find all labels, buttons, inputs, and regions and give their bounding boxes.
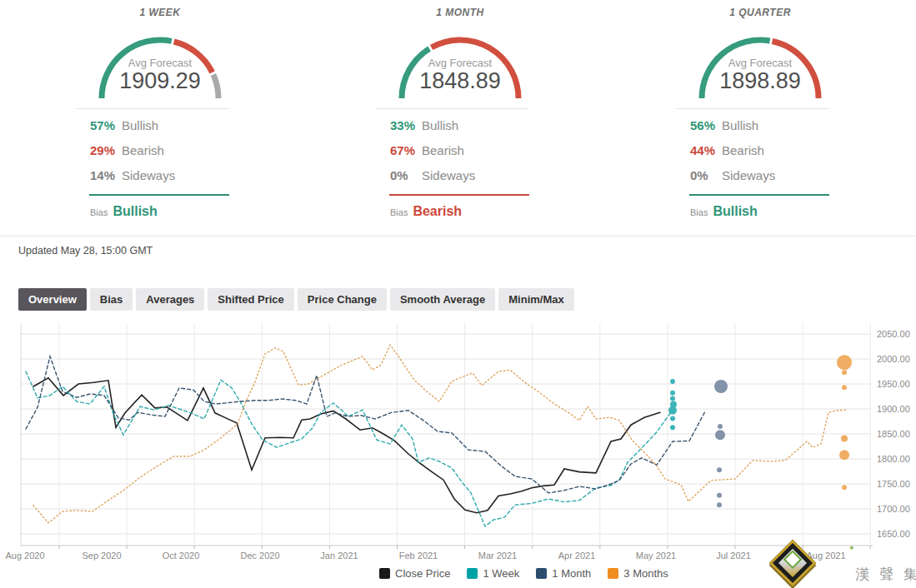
bias-underline: [389, 194, 529, 196]
stat-row-bullish: 33%Bullish: [390, 113, 475, 138]
bearish-label: Bearish: [422, 143, 464, 157]
sideways-label: Sideways: [422, 168, 475, 182]
svg-text:2050.00: 2050.00: [877, 329, 910, 339]
stat-row-bearish: 29%Bearish: [90, 138, 175, 163]
stat-row-bearish: 44%Bearish: [690, 138, 775, 163]
legend-swatch: [536, 568, 547, 579]
svg-text:1800.00: 1800.00: [877, 454, 910, 464]
legend-item-1-week[interactable]: 1 Week: [467, 567, 519, 580]
bullish-label: Bullish: [422, 118, 458, 132]
legend-item-close-price[interactable]: Close Price: [379, 567, 450, 580]
svg-text:1650.00: 1650.00: [877, 529, 910, 539]
section-divider: [0, 236, 916, 237]
forecast-card-1month: 1 MONTH Avg Forecast 1848.89 33%Bullish …: [377, 7, 543, 225]
bearish-pct: 67%: [390, 138, 422, 163]
avg-forecast-value: 1909.29: [77, 68, 243, 94]
bearish-pct: 44%: [690, 138, 722, 163]
tab-bias[interactable]: Bias: [90, 288, 133, 311]
bullish-pct: 56%: [690, 113, 722, 138]
updated-timestamp: Updated May 28, 15:00 GMT: [18, 245, 153, 257]
stat-row-sideways: 0%Sideways: [690, 163, 775, 188]
stat-row-bearish: 67%Bearish: [390, 138, 475, 163]
bearish-label: Bearish: [122, 143, 164, 157]
sideways-pct: 14%: [90, 163, 122, 188]
tab-bar: Overview Bias Averages Shifted Price Pri…: [18, 288, 574, 311]
legend-label: 1 Week: [483, 567, 519, 580]
tab-averages[interactable]: Averages: [136, 288, 204, 311]
sparkle-icon: ✦: [848, 544, 855, 552]
svg-text:2000.00: 2000.00: [877, 354, 910, 364]
forecast-page: 1 WEEK Avg Forecast 1909.29 57%Bullish 2…: [0, 0, 916, 588]
bullish-label: Bullish: [122, 118, 158, 132]
svg-text:1750.00: 1750.00: [877, 479, 910, 489]
bias-row: BiasBearish: [390, 204, 462, 219]
legend-label: Close Price: [395, 567, 450, 580]
svg-text:1700.00: 1700.00: [877, 504, 910, 514]
sideways-pct: 0%: [390, 163, 422, 188]
card-title: 1 QUARTER: [677, 7, 843, 18]
sideways-label: Sideways: [722, 168, 775, 182]
svg-text:Jul 2021: Jul 2021: [716, 551, 751, 561]
legend-swatch: [608, 568, 618, 579]
bias-value: Bullish: [113, 204, 157, 218]
stat-row-bullish: 57%Bullish: [90, 113, 175, 138]
forecast-card-1week: 1 WEEK Avg Forecast 1909.29 57%Bullish 2…: [77, 7, 243, 225]
sentiment-stats: 57%Bullish 29%Bearish 14%Sideways: [90, 113, 175, 188]
bias-label: Bias: [690, 207, 708, 217]
legend-item-1-month[interactable]: 1 Month: [536, 567, 591, 580]
svg-text:Mar 2021: Mar 2021: [478, 551, 517, 561]
svg-text:Dec 2020: Dec 2020: [240, 551, 279, 561]
bias-row: BiasBullish: [90, 204, 158, 219]
sentiment-stats: 56%Bullish 44%Bearish 0%Sideways: [690, 113, 775, 188]
tab-shifted-price[interactable]: Shifted Price: [208, 288, 293, 311]
avg-forecast-value: 1898.89: [677, 68, 843, 94]
stat-row-bullish: 56%Bullish: [690, 113, 775, 138]
tab-overview[interactable]: Overview: [18, 288, 87, 311]
bias-label: Bias: [390, 207, 408, 217]
avg-forecast-label: Avg Forecast: [377, 57, 543, 69]
legend-item-3-months[interactable]: 3 Months: [608, 567, 668, 580]
diamond-logo-icon: [769, 540, 817, 587]
bullish-label: Bullish: [722, 118, 758, 132]
bearish-label: Bearish: [722, 143, 764, 157]
bias-row: BiasBullish: [690, 204, 758, 219]
stat-row-sideways: 0%Sideways: [390, 163, 475, 188]
svg-text:1950.00: 1950.00: [877, 379, 910, 389]
stat-row-sideways: 14%Sideways: [90, 163, 175, 188]
svg-text:Aug 2020: Aug 2020: [5, 551, 44, 561]
tab-smooth-average[interactable]: Smooth Average: [390, 288, 495, 311]
svg-text:1900.00: 1900.00: [877, 404, 910, 414]
sideways-pct: 0%: [690, 163, 722, 188]
avg-forecast-value: 1848.89: [377, 68, 543, 94]
bullish-pct: 33%: [390, 113, 422, 138]
sideways-label: Sideways: [122, 168, 175, 182]
bias-underline: [89, 194, 229, 196]
avg-forecast-label: Avg Forecast: [677, 57, 843, 69]
bias-underline: [689, 194, 829, 196]
svg-text:May 2021: May 2021: [636, 551, 676, 561]
svg-text:Sep 2020: Sep 2020: [82, 551, 121, 561]
bias-value: Bearish: [413, 204, 462, 218]
tab-price-change[interactable]: Price Change: [298, 288, 387, 311]
legend-swatch: [467, 568, 478, 579]
bias-label: Bias: [90, 207, 108, 217]
divider: [677, 108, 828, 109]
svg-text:Oct 2020: Oct 2020: [163, 551, 200, 561]
svg-text:1850.00: 1850.00: [877, 429, 910, 439]
svg-text:Feb 2021: Feb 2021: [399, 551, 438, 561]
avg-forecast-label: Avg Forecast: [77, 57, 243, 69]
divider: [77, 108, 228, 109]
svg-text:Jan 2021: Jan 2021: [320, 551, 358, 561]
forecast-chart[interactable]: 2050.002000.001950.001900.001850.001800.…: [0, 321, 916, 567]
divider: [377, 108, 528, 109]
company-logo: ✦ 漢聲集團: [771, 541, 916, 588]
legend-swatch: [379, 568, 390, 579]
sentiment-stats: 33%Bullish 67%Bearish 0%Sideways: [390, 113, 475, 188]
svg-text:Apr 2021: Apr 2021: [558, 551, 596, 561]
bullish-pct: 57%: [90, 113, 122, 138]
bearish-pct: 29%: [90, 138, 122, 163]
tab-minim-max[interactable]: Minim/Max: [498, 288, 573, 311]
forecast-card-1quarter: 1 QUARTER Avg Forecast 1898.89 56%Bullis…: [677, 7, 843, 225]
bias-value: Bullish: [713, 204, 757, 218]
legend-label: 1 Month: [552, 567, 591, 580]
